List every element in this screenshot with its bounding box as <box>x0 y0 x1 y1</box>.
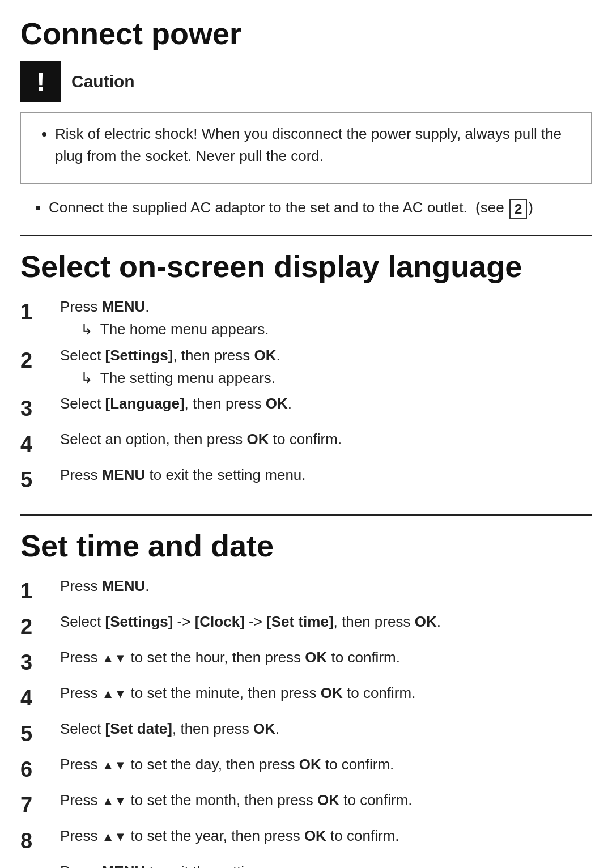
step-number: 3 <box>20 645 60 680</box>
bracket-set-time: [Set time] <box>266 613 333 630</box>
table-row: 1 Press MENU. <box>20 573 592 609</box>
see-label: see <box>481 199 504 216</box>
ref-box: 2 <box>509 199 527 219</box>
table-row: 3 Press ▲▼ to set the hour, then press O… <box>20 645 592 680</box>
connect-power-title: Connect power <box>20 16 592 51</box>
table-row: 6 Press ▲▼ to set the day, then press OK… <box>20 752 592 788</box>
arrow-icon: ↳ <box>80 321 93 338</box>
step-number: 5 <box>20 462 60 498</box>
caution-header: ! Caution <box>20 61 592 102</box>
up-down-arrows: ▲▼ <box>102 794 127 808</box>
table-row: 5 Select [Set date], then press OK. <box>20 716 592 752</box>
table-row: 7 Press ▲▼ to set the month, then press … <box>20 788 592 823</box>
caution-exclamation: ! <box>36 69 45 95</box>
up-down-arrows: ▲▼ <box>102 687 127 701</box>
table-row: 4 Select an option, then press OK to con… <box>20 427 592 462</box>
key-ok: OK <box>266 395 288 412</box>
key-ok: OK <box>317 792 339 809</box>
step-number: 4 <box>20 680 60 716</box>
up-down-arrows: ▲▼ <box>102 651 127 665</box>
step-content: Press ▲▼ to set the year, then press OK … <box>60 823 592 859</box>
table-row: 4 Press ▲▼ to set the minute, then press… <box>20 680 592 716</box>
step-content: Select an option, then press OK to confi… <box>60 427 592 462</box>
divider-1 <box>20 235 592 236</box>
set-time-title: Set time and date <box>20 528 592 563</box>
step-number: 3 <box>20 391 60 427</box>
bracket-language: [Language] <box>105 395 185 412</box>
step-number: 6 <box>20 752 60 788</box>
caution-icon-box: ! <box>20 61 61 102</box>
divider-2 <box>20 514 592 516</box>
up-down-arrows: ▲▼ <box>102 829 127 844</box>
key-menu: MENU <box>102 466 146 483</box>
step-number: 8 <box>20 823 60 859</box>
step-content: Press MENU. <box>60 573 592 609</box>
connect-ac-text: Connect the supplied AC adaptor to the s… <box>49 199 468 216</box>
step-number: 7 <box>20 788 60 823</box>
step-number: 1 <box>20 573 60 609</box>
arrow-icon: ↳ <box>80 369 93 386</box>
up-down-arrows: ▲▼ <box>102 758 127 772</box>
bracket-set-date: [Set date] <box>105 720 172 737</box>
step-number: 5 <box>20 716 60 752</box>
key-ok: OK <box>304 827 326 844</box>
key-ok: OK <box>254 347 276 364</box>
bracket-clock: [Clock] <box>195 613 245 630</box>
key-ok: OK <box>415 613 437 630</box>
key-ok: OK <box>299 756 321 773</box>
step-sub: ↳ The home menu appears. <box>60 318 592 341</box>
select-language-title: Select on-screen display language <box>20 249 592 284</box>
key-menu: MENU <box>102 577 146 594</box>
table-row: 5 Press MENU to exit the setting menu. <box>20 462 592 498</box>
step-sub: ↳ The setting menu appears. <box>60 367 592 389</box>
step-content: Press ▲▼ to set the hour, then press OK … <box>60 645 592 680</box>
key-ok: OK <box>305 649 327 666</box>
step-content: Press ▲▼ to set the minute, then press O… <box>60 680 592 716</box>
step-content: Press ▲▼ to set the month, then press OK… <box>60 788 592 823</box>
key-ok: OK <box>247 431 269 448</box>
step-content: Select [Settings] -> [Clock] -> [Set tim… <box>60 609 592 645</box>
connect-ac-note: Connect the supplied AC adaptor to the s… <box>49 196 592 219</box>
step-content: Press ▲▼ to set the day, then press OK t… <box>60 752 592 788</box>
set-time-steps: 1 Press MENU. 2 Select [Settings] -> [Cl… <box>20 573 592 868</box>
step-content: Select [Settings], then press OK. ↳ The … <box>60 343 592 391</box>
table-row: 3 Select [Language], then press OK. <box>20 391 592 427</box>
step-content: Press MENU. ↳ The home menu appears. <box>60 294 592 342</box>
step-number: 4 <box>20 427 60 462</box>
select-language-steps: 1 Press MENU. ↳ The home menu appears. 2… <box>20 294 592 498</box>
step-content: Press MENU to exit the setting menu. <box>60 859 592 868</box>
bracket-settings: [Settings] <box>105 347 173 364</box>
key-menu: MENU <box>102 298 146 315</box>
key-ok: OK <box>253 720 275 737</box>
caution-list-item: Risk of electric shock! When you disconn… <box>55 123 577 167</box>
bracket-settings: [Settings] <box>105 613 173 630</box>
table-row: 2 Select [Settings], then press OK. ↳ Th… <box>20 343 592 391</box>
caution-list: Risk of electric shock! When you disconn… <box>37 123 577 167</box>
step-content: Select [Set date], then press OK. <box>60 716 592 752</box>
caution-label: Caution <box>71 61 135 102</box>
step-number: 9 <box>20 859 60 868</box>
table-row: 2 Select [Settings] -> [Clock] -> [Set t… <box>20 609 592 645</box>
table-row: 1 Press MENU. ↳ The home menu appears. <box>20 294 592 342</box>
caution-box: Risk of electric shock! When you disconn… <box>20 112 592 184</box>
step-content: Select [Language], then press OK. <box>60 391 592 427</box>
connect-power-notes: Connect the supplied AC adaptor to the s… <box>20 196 592 219</box>
key-ok: OK <box>321 684 343 701</box>
step-number: 2 <box>20 343 60 391</box>
step-number: 2 <box>20 609 60 645</box>
table-row: 8 Press ▲▼ to set the year, then press O… <box>20 823 592 859</box>
table-row: 9 Press MENU to exit the setting menu. <box>20 859 592 868</box>
step-content: Press MENU to exit the setting menu. <box>60 462 592 498</box>
key-menu: MENU <box>102 863 146 868</box>
step-number: 1 <box>20 294 60 342</box>
